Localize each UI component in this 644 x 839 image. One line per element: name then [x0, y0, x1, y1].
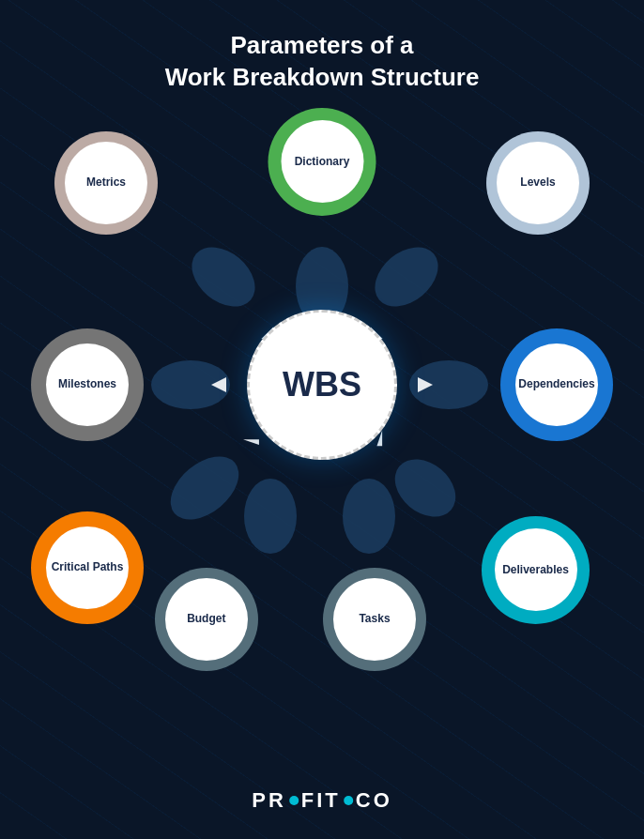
svg-marker-15 — [243, 431, 262, 450]
node-dependencies: Dependencies — [500, 328, 613, 441]
logo-dot-1 — [289, 796, 299, 805]
diagram: WBS Dictionary Levels — [59, 113, 585, 657]
footer-logo: PRFITCO — [252, 788, 392, 813]
node-deliverables: Deliverables — [482, 516, 590, 624]
svg-point-8 — [180, 235, 267, 318]
critical-paths-label: Critical Paths — [52, 560, 124, 573]
svg-marker-16 — [211, 377, 226, 392]
svg-point-6 — [159, 444, 251, 532]
svg-marker-11 — [418, 377, 433, 392]
svg-point-7 — [151, 360, 230, 409]
svg-point-5 — [244, 479, 297, 554]
levels-label: Levels — [520, 175, 555, 189]
metrics-label: Metrics — [86, 175, 126, 189]
logo-text: PRFITCO — [252, 788, 392, 813]
node-milestones: Milestones — [31, 328, 144, 441]
svg-point-2 — [409, 360, 488, 409]
budget-label: Budget — [187, 612, 225, 625]
title-line2: Work Breakdown Structure — [165, 63, 480, 91]
page-title: Parameters of a Work Breakdown Structure — [165, 30, 480, 94]
svg-point-3 — [384, 448, 468, 528]
node-critical-paths: Critical Paths — [31, 511, 144, 624]
dictionary-label: Dictionary — [295, 155, 350, 168]
title-line1: Parameters of a — [230, 31, 413, 59]
node-metrics: Metrics — [54, 131, 158, 235]
node-tasks: Tasks — [323, 568, 426, 671]
node-budget: Budget — [155, 568, 258, 671]
deliverables-label: Deliverables — [502, 563, 569, 576]
tasks-label: Tasks — [359, 612, 390, 625]
logo-dot-2 — [344, 796, 353, 805]
svg-point-1 — [363, 235, 450, 318]
node-dictionary: Dictionary — [268, 108, 376, 216]
wbs-label: WBS — [283, 365, 361, 404]
wbs-center: WBS — [247, 310, 397, 460]
node-levels: Levels — [486, 131, 590, 235]
dependencies-label: Dependencies — [518, 377, 594, 390]
svg-point-4 — [343, 479, 395, 554]
milestones-label: Milestones — [58, 377, 116, 390]
